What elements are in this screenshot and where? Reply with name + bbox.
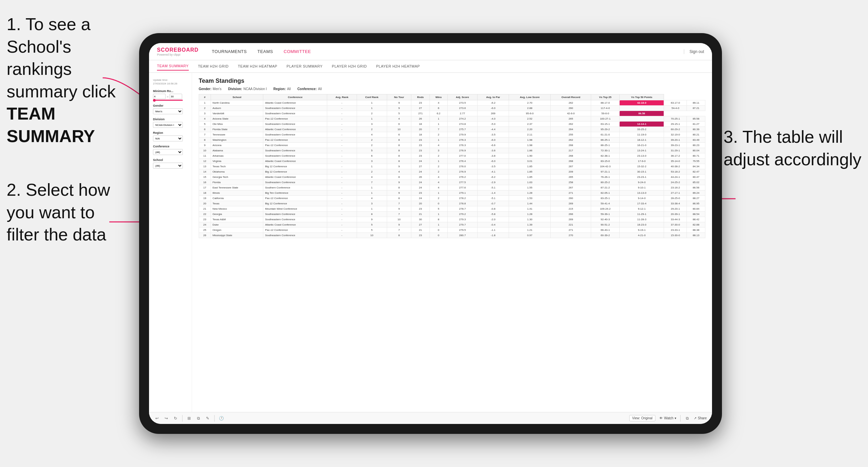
share-label: Share bbox=[698, 416, 707, 420]
col-vs50pts: Vs Top 50 Points bbox=[620, 94, 664, 100]
table-row: 24DukeAtlantic Coast Conference-59271279… bbox=[199, 222, 705, 227]
col-school: School bbox=[211, 94, 263, 100]
edit-icon[interactable]: ✎ bbox=[205, 416, 210, 421]
clock-icon[interactable]: 🕐 bbox=[219, 416, 224, 421]
copy-icon[interactable]: ⊞ bbox=[186, 416, 192, 421]
filter-gender: Gender Men's Women's bbox=[153, 104, 188, 114]
tab-team-h2h-heatmap[interactable]: TEAM H2H HEATMAP bbox=[238, 62, 277, 70]
tab-player-h2h-grid[interactable]: PLAYER H2H GRID bbox=[332, 62, 367, 70]
tab-team-summary[interactable]: TEAM SUMMARY bbox=[157, 62, 189, 70]
logo-area: SCOREBOARD Powered by clippi bbox=[157, 47, 199, 56]
table-area: Team Standings Gender: Men's Division: N… bbox=[192, 73, 712, 412]
filter-min-rounds: Minimum Ro... – bbox=[153, 89, 188, 101]
instruction-3-text: 3. The table willadjust accordingly bbox=[723, 127, 861, 169]
table-row: 14OklahomaBig 12 Conference-24242276.9-4… bbox=[199, 169, 705, 175]
paste-icon[interactable]: ⧉ bbox=[196, 416, 201, 421]
region-select[interactable]: N/A All bbox=[153, 135, 183, 142]
table-row: 21New MexicoMountain West Conference-192… bbox=[199, 206, 705, 212]
col-conf-rank: Conf Rank bbox=[357, 94, 387, 100]
min-rnd-from-input[interactable] bbox=[153, 94, 165, 99]
table-filters-row: Gender: Men's Division: NCAA Division I … bbox=[199, 87, 705, 91]
view-original-button[interactable]: View: Original bbox=[629, 415, 656, 421]
standings-table: # School Conference Avg. Rank Conf Rank … bbox=[199, 94, 705, 238]
filter-region: Region N/A All bbox=[153, 131, 188, 142]
table-row: 5Ole MissSoutheastern Conference-3618127… bbox=[199, 122, 705, 127]
table-row: 17East Tennessee StateSouthern Conferenc… bbox=[199, 185, 705, 190]
nav-items: TOURNAMENTS TEAMS COMMITTEE bbox=[212, 48, 684, 55]
bottom-toolbar: ↩ ↪ ↻ ⊞ ⧉ ✎ 🕐 View: Original 👁 Watch ▾ ⧉… bbox=[149, 412, 712, 424]
logo-scoreboard: SCOREBOARD bbox=[157, 47, 199, 53]
watch-button[interactable]: 👁 Watch ▾ bbox=[659, 416, 676, 420]
filter-conference: Conference (All) bbox=[153, 145, 188, 155]
table-title: Team Standings bbox=[199, 77, 705, 85]
table-row: 9ArizonaPac-12 Conference-28234276.3-6.6… bbox=[199, 143, 705, 148]
table-row: 8WashingtonPac-12 Conference-28231276.3-… bbox=[199, 137, 705, 143]
view-label: View: Original bbox=[632, 416, 653, 420]
table-row: 12VirginiaAtlantic Coast Conference-3824… bbox=[199, 159, 705, 164]
table-row: 19CaliforniaPac-12 Conference-48242278.2… bbox=[199, 196, 705, 201]
table-row: 11ArkansasSoutheastern Conference-682322… bbox=[199, 153, 705, 159]
table-row: 23Texas A&MSoutheastern Conference-91030… bbox=[199, 217, 705, 222]
tab-team-h2h-grid[interactable]: TEAM H2H GRID bbox=[198, 62, 229, 70]
table-row: 2AuburnSoutheastern Conference-19276273.… bbox=[199, 106, 705, 111]
nav-teams[interactable]: TEAMS bbox=[257, 48, 273, 55]
col-avg-rank: Avg. Rank bbox=[327, 94, 357, 100]
sub-nav: TEAM SUMMARY TEAM H2H GRID TEAM H2H HEAT… bbox=[149, 60, 712, 73]
col-vs25: Vs Top 25 bbox=[591, 94, 620, 100]
filter-school: School (All) bbox=[153, 158, 188, 168]
conference-select[interactable]: (All) bbox=[153, 149, 183, 155]
col-adj-score: Adj. Score bbox=[447, 94, 477, 100]
col-avg-par: Avg. to Par bbox=[477, 94, 509, 100]
gender-select[interactable]: Men's Women's bbox=[153, 108, 183, 114]
tab-player-h2h-heatmap[interactable]: PLAYER H2H HEATMAP bbox=[376, 62, 420, 70]
nav-bar: SCOREBOARD Powered by clippi TOURNAMENTS… bbox=[149, 43, 712, 60]
nav-committee[interactable]: COMMITTEE bbox=[284, 48, 311, 55]
toolbar-sep-1 bbox=[182, 415, 183, 422]
toolbar-sep-3 bbox=[680, 415, 681, 422]
sidebar: Update time: 27/03/2024 16:56:26 Minimum… bbox=[149, 73, 192, 412]
sign-out-button[interactable]: Sign out bbox=[684, 49, 704, 54]
min-rnd-to-input[interactable] bbox=[169, 94, 182, 99]
nav-tournaments[interactable]: TOURNAMENTS bbox=[212, 48, 247, 55]
undo-icon[interactable]: ↩ bbox=[154, 416, 160, 421]
school-select[interactable]: (All) bbox=[153, 163, 183, 168]
table-row: 13Texas TechBig 12 Conference-19272276.0… bbox=[199, 164, 705, 169]
table-row: 25OregonPac-12 Conference-57210279.5-1.1… bbox=[199, 227, 705, 233]
tablet: SCOREBOARD Powered by clippi TOURNAMENTS… bbox=[139, 33, 722, 434]
tablet-screen: SCOREBOARD Powered by clippi TOURNAMENTS… bbox=[149, 43, 712, 424]
screenshot-icon[interactable]: ⧉ bbox=[685, 416, 690, 421]
instruction-2-text: 2. Select howyou want tofilter the data bbox=[7, 180, 110, 244]
table-row: 6Florida StateAtlantic Coast Conference-… bbox=[199, 127, 705, 132]
table-row: 15Georgia TechAtlantic Coast Conference-… bbox=[199, 175, 705, 180]
table-row: 7TennesseeSoutheastern Conference-461822… bbox=[199, 132, 705, 137]
share-button[interactable]: ↗ Share bbox=[694, 416, 707, 420]
logo-powered: Powered by clippi bbox=[157, 53, 199, 56]
table-row: 1North CarolinaAtlantic Coast Conference… bbox=[199, 100, 705, 106]
table-row: 16FloridaSoutheastern Conference-7924427… bbox=[199, 180, 705, 185]
col-conference: Conference bbox=[263, 94, 327, 100]
redo-icon[interactable]: ↪ bbox=[164, 416, 169, 421]
col-avg-low: Avg. Low Score bbox=[509, 94, 551, 100]
table-row: 22GeorgiaSoutheastern Conference-8721127… bbox=[199, 212, 705, 217]
division-select[interactable]: NCAA Division I NCAA Division II NCAA Di… bbox=[153, 122, 183, 128]
table-row: 10AlabamaSoutheastern Conference-5823327… bbox=[199, 148, 705, 153]
instruction-1-bold: TEAM SUMMARY bbox=[7, 104, 95, 146]
filter-division: Division NCAA Division I NCAA Division I… bbox=[153, 118, 188, 128]
instruction-2: 2. Select howyou want tofilter the data bbox=[7, 179, 110, 246]
table-row: 18IllinoisBig Ten Conference-19231279.1-… bbox=[199, 190, 705, 196]
col-no-tour: No Tour bbox=[387, 94, 411, 100]
tab-player-summary[interactable]: PLAYER SUMMARY bbox=[286, 62, 322, 70]
refresh-icon[interactable]: ↻ bbox=[173, 416, 178, 421]
watch-label: Watch bbox=[664, 416, 673, 420]
update-time: Update time: 27/03/2024 16:56:26 bbox=[153, 78, 188, 86]
table-row: 3VanderbiltSoutheastern Conference-25271… bbox=[199, 111, 705, 116]
instruction-3: 3. The table willadjust accordingly bbox=[723, 126, 861, 170]
col-wins: Wins bbox=[430, 94, 447, 100]
toolbar-sep-2 bbox=[214, 415, 215, 422]
col-rank: # bbox=[199, 94, 211, 100]
table-row: 26Mississippi StateSoutheastern Conferen… bbox=[199, 233, 705, 238]
col-rnds: Rnds bbox=[411, 94, 430, 100]
table-row: 4Arizona StatePac-12 Conference-14261274… bbox=[199, 116, 705, 122]
col-overall: Overall Record bbox=[551, 94, 591, 100]
table-row: 20TexasBig 12 Conference-37200278.8-0.71… bbox=[199, 201, 705, 206]
